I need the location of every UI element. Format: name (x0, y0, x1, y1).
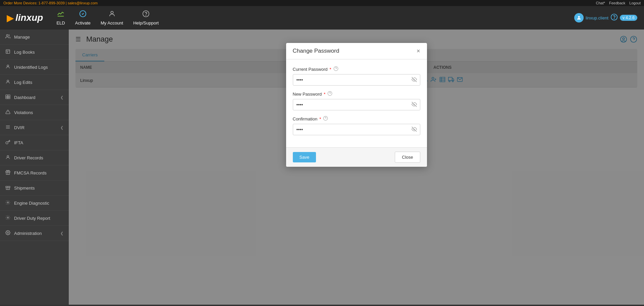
svg-point-7 (6, 35, 8, 36)
new-password-wrap (293, 99, 420, 110)
navbar: ▶ linxup ELD Activate My Account Help/S (0, 6, 644, 30)
sidebar-item-administration[interactable]: Administration ❮ (0, 226, 69, 241)
engine-icon (5, 200, 11, 206)
new-password-input[interactable] (293, 99, 420, 110)
nav-label-eld: ELD (56, 20, 65, 26)
svg-rect-14 (8, 95, 10, 97)
violations-icon (5, 109, 11, 115)
new-eye-icon[interactable] (412, 102, 417, 108)
dvir-icon (5, 124, 11, 131)
dashboard-icon (5, 94, 11, 100)
svg-point-24 (7, 217, 9, 218)
nav-item-eld[interactable]: ELD (56, 10, 65, 26)
dvir-chevron: ❮ (60, 125, 63, 130)
fmcsarecords-icon (5, 170, 11, 176)
logo[interactable]: ▶ linxup (7, 12, 43, 23)
driverrecords-icon (5, 155, 11, 161)
user-avatar (574, 13, 584, 22)
sidebar-item-dashboard[interactable]: Dashboard ❮ (0, 90, 69, 105)
user-info: linxup.client (574, 13, 608, 22)
svg-point-23 (7, 202, 9, 203)
admin-chevron: ❮ (60, 231, 63, 236)
required-star-current: * (330, 67, 331, 72)
confirm-password-input[interactable] (293, 124, 420, 135)
sidebar-item-driverrecords[interactable]: Driver Records (0, 150, 69, 165)
svg-point-22 (7, 156, 9, 157)
modal-header: Change Password × (286, 43, 427, 59)
sidebar-item-ifta[interactable]: IFTA (0, 135, 69, 150)
sidebar-item-dvir[interactable]: DVIR ❮ (0, 120, 69, 135)
required-star-new: * (324, 92, 325, 97)
change-password-modal: Change Password × Current Password * (286, 43, 427, 167)
close-button[interactable]: Close (395, 152, 420, 163)
chat-link[interactable]: Chat* (596, 1, 605, 5)
nav-right: linxup.client v 4.2.6 (574, 13, 637, 22)
nav-item-help[interactable]: Help/Support (133, 10, 159, 26)
current-password-group: Current Password * (293, 66, 420, 86)
nav-label-myaccount: My Account (101, 20, 123, 26)
svg-rect-15 (6, 97, 8, 99)
sidebar-item-driverdutreport[interactable]: Driver Duty Report (0, 211, 69, 226)
administration-icon (5, 230, 11, 236)
help-circle-btn[interactable] (610, 13, 618, 22)
activate-icon (79, 10, 87, 19)
save-button[interactable]: Save (293, 152, 316, 162)
confirm-password-group: Confirmation * (293, 116, 420, 135)
sidebar-item-enginediagnostic[interactable]: Engine Diagnostic (0, 196, 69, 211)
modal-footer: Save Close (286, 147, 427, 167)
current-password-label: Current Password * (293, 66, 420, 72)
manage-icon (5, 34, 11, 40)
confirm-password-wrap (293, 124, 420, 135)
svg-point-25 (7, 232, 9, 234)
shipments-icon (5, 185, 11, 191)
logedits-icon (5, 79, 11, 85)
nav-item-myaccount[interactable]: My Account (101, 10, 123, 26)
svg-rect-16 (8, 97, 10, 99)
announcement-text: Order More Devices: 1-877-899-3039 | sal… (3, 1, 98, 5)
nav-label-help: Help/Support (133, 20, 159, 26)
required-star-confirm: * (319, 116, 321, 121)
current-password-input[interactable] (293, 74, 420, 86)
new-password-group: New Password * (293, 91, 420, 110)
sidebar-item-manage[interactable]: Manage (0, 30, 69, 45)
version-badge: v 4.2.6 (620, 15, 637, 21)
main-content: ☰ Manage Carriers NAME ACTIONS (69, 30, 644, 305)
dashboard-chevron: ❮ (60, 95, 63, 100)
current-help-icon[interactable] (333, 66, 338, 72)
modal-close-x[interactable]: × (417, 48, 420, 54)
nav-item-activate[interactable]: Activate (75, 10, 91, 26)
nav-label-activate: Activate (75, 20, 91, 26)
confirm-eye-icon[interactable] (412, 126, 417, 133)
new-password-label: New Password * (293, 91, 420, 97)
sidebar-item-shipments[interactable]: Shipments (0, 181, 69, 196)
feedback-link[interactable]: Feedback (609, 1, 625, 5)
sidebar-item-logbooks[interactable]: Log Books (0, 45, 69, 60)
confirm-help-icon[interactable] (323, 116, 328, 122)
unidentifiedlogs-icon (5, 64, 11, 70)
modal-title: Change Password (293, 48, 339, 54)
app-layout: Manage Log Books Unidentified Logs Log E… (0, 30, 644, 305)
svg-point-1 (111, 11, 113, 14)
sidebar-item-unidentifiedlogs[interactable]: Unidentified Logs (0, 60, 69, 75)
logo-name: linxup (15, 12, 43, 23)
modal-body: Current Password * (286, 59, 427, 147)
new-help-icon[interactable] (327, 91, 332, 97)
svg-point-4 (578, 16, 580, 18)
help-icon (142, 10, 150, 19)
logbooks-icon (5, 49, 11, 55)
sidebar-item-logedits[interactable]: Log Edits (0, 75, 69, 90)
sidebar: Manage Log Books Unidentified Logs Log E… (0, 30, 69, 305)
current-eye-icon[interactable] (412, 77, 417, 83)
sidebar-item-violations[interactable]: Violations (0, 105, 69, 120)
current-password-wrap (293, 74, 420, 86)
sidebar-item-fmcsarecords[interactable]: FMCSA Records (0, 165, 69, 181)
svg-rect-8 (6, 50, 10, 53)
username: linxup.client (586, 15, 608, 20)
ifta-icon (5, 140, 11, 146)
modal-overlay: Change Password × Current Password * (69, 30, 644, 305)
announcement-bar: Order More Devices: 1-877-899-3039 | sal… (0, 0, 644, 6)
logout-link[interactable]: Logout (629, 1, 641, 5)
svg-rect-13 (6, 95, 8, 97)
logo-arrow: ▶ (7, 12, 14, 23)
svg-point-12 (7, 80, 9, 82)
